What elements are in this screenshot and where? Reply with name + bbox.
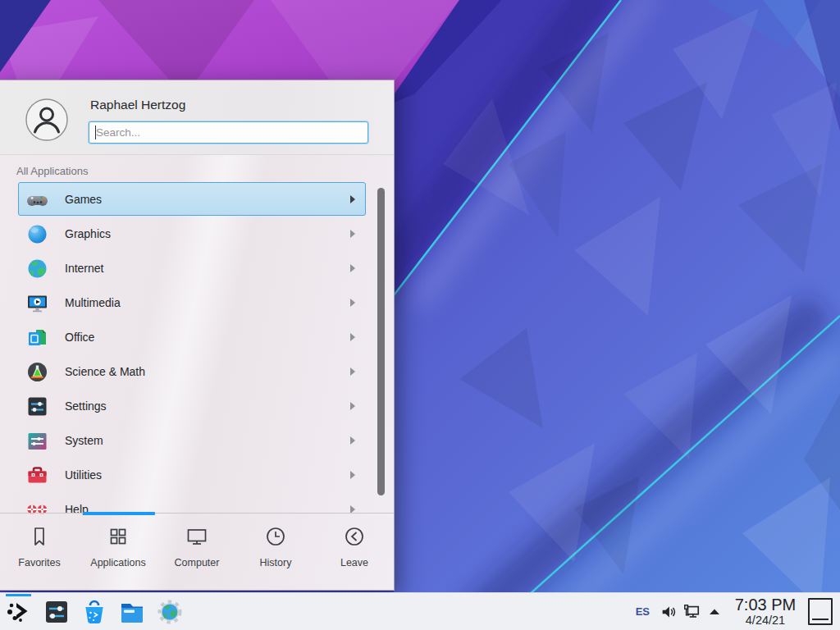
show-desktop-button[interactable]: [808, 598, 833, 625]
taskbar-app-web-browser[interactable]: [151, 593, 189, 630]
menu-item-label: Games: [65, 193, 102, 206]
submenu-arrow-icon: [350, 471, 355, 479]
submenu-arrow-icon: [350, 264, 355, 272]
computer-icon: [185, 524, 209, 552]
office-document-icon: [26, 326, 48, 349]
globe-icon: [26, 258, 48, 280]
menu-item-internet[interactable]: Internet: [0, 251, 395, 285]
menu-item-label: Utilities: [65, 468, 102, 482]
web-browser-globe-icon: [156, 598, 184, 626]
discover-store-icon: [80, 598, 108, 626]
menu-item-label: Graphics: [65, 227, 111, 240]
tab-computer[interactable]: Computer: [158, 514, 236, 590]
menu-item-label: Science & Math: [65, 365, 145, 378]
menu-item-label: Office: [65, 331, 94, 344]
user-avatar-icon[interactable]: [25, 98, 68, 141]
section-label: All Applications: [16, 165, 88, 177]
submenu-arrow-icon: [350, 195, 355, 203]
menu-item-list: Games Graphics Internet Multimedia Offic…: [0, 182, 395, 515]
menu-item-multimedia[interactable]: Multimedia: [0, 285, 395, 320]
system-sliders-icon: [26, 430, 48, 452]
taskbar-app-system-settings[interactable]: [38, 593, 75, 630]
menu-item-label: System: [65, 434, 103, 447]
taskbar-app-discover[interactable]: [75, 593, 113, 630]
submenu-arrow-icon: [350, 333, 355, 341]
expand-tray-caret-icon: [708, 605, 721, 619]
tab-applications[interactable]: Applications: [79, 514, 158, 590]
launcher-header: Raphael Hertzog: [0, 80, 394, 155]
keyboard-layout-indicator[interactable]: ES: [628, 605, 657, 618]
tab-history[interactable]: History: [236, 514, 315, 590]
network-button[interactable]: [680, 600, 703, 623]
settings-sliders-icon: [26, 395, 48, 418]
search-field: [89, 121, 368, 144]
tab-favorites[interactable]: Favorites: [0, 514, 79, 590]
taskbar-app-file-manager[interactable]: [113, 593, 151, 630]
menu-item-label: Multimedia: [65, 296, 121, 309]
digital-clock[interactable]: 7:03 PM 4/24/21: [731, 596, 800, 627]
science-flask-icon: [26, 361, 48, 383]
menu-scrollbar[interactable]: [377, 188, 385, 495]
volume-icon: [660, 603, 678, 621]
system-settings-icon: [43, 598, 71, 626]
tab-label: Favorites: [18, 557, 60, 568]
menu-item-label: Internet: [65, 262, 103, 275]
clock-time: 7:03 PM: [731, 596, 800, 613]
clock-date: 4/24/21: [731, 614, 800, 627]
user-name: Raphael Hertzog: [90, 98, 185, 112]
application-launcher-popup: Raphael Hertzog All Applications Games G…: [0, 80, 395, 591]
submenu-arrow-icon: [350, 368, 355, 376]
submenu-arrow-icon: [350, 402, 355, 410]
menu-item-science-math[interactable]: Science & Math: [0, 354, 395, 389]
expand-tray-button[interactable]: [703, 600, 726, 623]
submenu-arrow-icon: [350, 299, 355, 307]
menu-item-games[interactable]: Games: [0, 182, 395, 217]
history-clock-icon: [263, 524, 288, 552]
search-input[interactable]: [89, 122, 368, 143]
submenu-arrow-icon: [350, 436, 355, 445]
utilities-toolbox-icon: [26, 464, 48, 486]
tab-label: Applications: [90, 557, 145, 568]
gamepad-icon: [26, 189, 48, 211]
tab-label: History: [260, 557, 292, 568]
multimedia-monitor-icon: [26, 292, 48, 314]
tab-leave[interactable]: Leave: [315, 514, 394, 590]
menu-item-system[interactable]: System: [0, 423, 395, 458]
menu-item-label: Settings: [65, 399, 107, 413]
app-launcher-button[interactable]: [0, 593, 38, 630]
app-grid-icon: [106, 524, 130, 552]
menu-item-office[interactable]: Office: [0, 320, 395, 354]
leave-icon: [342, 524, 367, 552]
network-icon: [682, 603, 701, 621]
file-manager-folder-icon: [118, 598, 146, 626]
bookmark-icon: [27, 524, 52, 552]
graphics-sphere-icon: [26, 223, 48, 245]
taskbar-panel: ES 7:03 PM 4/24/21: [0, 592, 840, 630]
launcher-active-indicator: [6, 594, 31, 596]
menu-item-graphics[interactable]: Graphics: [0, 217, 395, 251]
submenu-arrow-icon: [350, 230, 355, 238]
menu-item-settings[interactable]: Settings: [0, 389, 395, 423]
tab-label: Computer: [175, 557, 220, 568]
volume-button[interactable]: [657, 600, 680, 623]
menu-item-help[interactable]: Help: [0, 492, 395, 515]
kde-launcher-icon: [5, 598, 33, 626]
text-cursor: [95, 126, 96, 139]
tab-label: Leave: [340, 557, 368, 568]
launcher-tabbar: FavoritesApplicationsComputerHistoryLeav…: [0, 513, 394, 590]
menu-item-utilities[interactable]: Utilities: [0, 458, 395, 492]
